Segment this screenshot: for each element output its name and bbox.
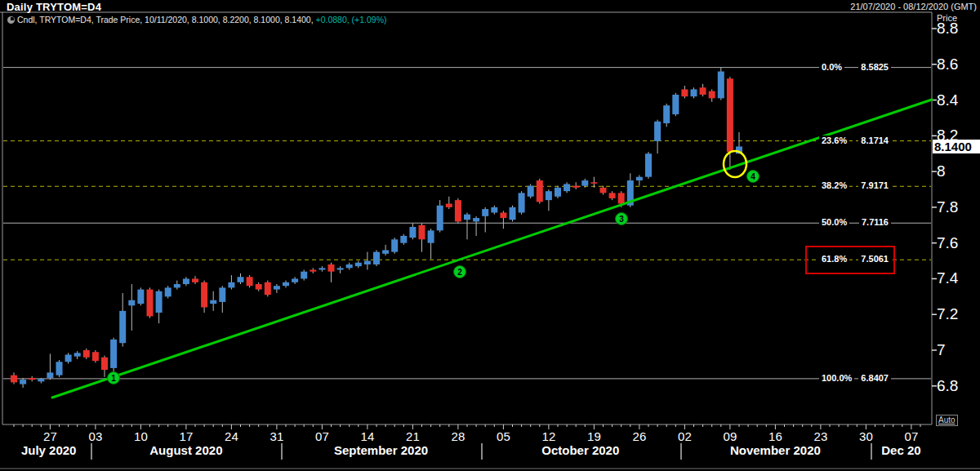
candle-body[interactable] xyxy=(709,91,715,99)
candle-body[interactable] xyxy=(65,354,72,362)
fib-percent-text: 61.8% xyxy=(819,254,849,264)
price-tick-label: 7.2 xyxy=(937,305,958,323)
candle-body[interactable] xyxy=(681,89,688,96)
time-tick-label: 28 xyxy=(444,429,472,443)
candle-body[interactable] xyxy=(473,218,479,221)
candle-body[interactable] xyxy=(663,105,670,123)
candle-body[interactable] xyxy=(528,186,534,197)
candle-body[interactable] xyxy=(265,282,271,295)
candle-body[interactable] xyxy=(137,290,144,304)
candle-body[interactable] xyxy=(256,284,262,290)
auto-scale-button[interactable]: Auto xyxy=(936,415,958,426)
candle-body[interactable] xyxy=(210,300,216,304)
candle-body[interactable] xyxy=(590,182,597,184)
candle-body[interactable] xyxy=(183,278,189,284)
candle-body[interactable] xyxy=(364,261,371,264)
candle-body[interactable] xyxy=(391,239,398,251)
candle-body[interactable] xyxy=(110,340,117,368)
candle-body[interactable] xyxy=(128,300,135,306)
trend-line[interactable] xyxy=(52,100,932,398)
candle-body[interactable] xyxy=(654,122,661,141)
candle-body[interactable] xyxy=(11,375,17,383)
candle-body[interactable] xyxy=(147,290,154,317)
candle-body[interactable] xyxy=(29,378,35,380)
candle-body[interactable] xyxy=(546,191,552,200)
candle-body[interactable] xyxy=(83,350,90,358)
candle-body[interactable] xyxy=(600,188,607,193)
candle-body[interactable] xyxy=(328,264,335,272)
candle-body[interactable] xyxy=(555,188,561,197)
candle-body[interactable] xyxy=(38,379,44,381)
month-label: September 2020 xyxy=(334,443,428,457)
candle-body[interactable] xyxy=(355,263,362,266)
candle-body[interactable] xyxy=(292,278,298,282)
candle-body[interactable] xyxy=(373,252,380,264)
candle-body[interactable] xyxy=(428,230,434,242)
time-tick-label: 24 xyxy=(217,429,245,443)
candle-body[interactable] xyxy=(482,209,488,216)
touch-marker-label: 2 xyxy=(457,268,462,277)
candle-body[interactable] xyxy=(400,236,407,243)
candle-body[interactable] xyxy=(672,95,679,114)
candle-body[interactable] xyxy=(409,227,416,238)
candle-body[interactable] xyxy=(346,264,353,268)
candle-body[interactable] xyxy=(56,362,63,375)
candle-body[interactable] xyxy=(201,282,207,308)
candle-body[interactable] xyxy=(247,277,253,286)
time-tick-label: 26 xyxy=(626,429,653,443)
candle-body[interactable] xyxy=(727,78,733,152)
candle-body[interactable] xyxy=(192,278,198,282)
touch-marker-label: 3 xyxy=(619,215,624,224)
candle-body[interactable] xyxy=(446,204,452,207)
candle-body[interactable] xyxy=(301,272,307,279)
chart-legend[interactable]: Cndl, TRYTOM=D4, Trade Price, 10/11/2020… xyxy=(7,15,387,24)
candle-body[interactable] xyxy=(318,268,325,269)
candle-body[interactable] xyxy=(537,180,543,202)
candle-body[interactable] xyxy=(609,193,616,198)
candle-body[interactable] xyxy=(464,215,470,220)
month-separator xyxy=(871,443,872,460)
candle-body[interactable] xyxy=(165,287,172,296)
fib-price-text: 7.9171 xyxy=(858,180,891,191)
fib-level-label: 23.6%8.1714 xyxy=(819,136,891,146)
candle-body[interactable] xyxy=(510,207,516,220)
candle-body[interactable] xyxy=(20,380,26,384)
candle-body[interactable] xyxy=(419,225,425,240)
time-tick-label: 02 xyxy=(670,429,698,443)
candle-body[interactable] xyxy=(572,186,579,188)
legend-series-text: Cndl, TRYTOM=D4, Trade Price, 10/11/2020… xyxy=(17,15,314,24)
candle-body[interactable] xyxy=(219,287,225,302)
candle-body[interactable] xyxy=(618,193,625,203)
candle-body[interactable] xyxy=(174,284,180,287)
candle-body[interactable] xyxy=(74,353,81,356)
candle-body[interactable] xyxy=(47,372,53,378)
candle-body[interactable] xyxy=(337,268,344,269)
candle-body[interactable] xyxy=(718,72,724,99)
date-range-label: 21/07/2020 - 08/12/2020 (GMT) xyxy=(850,2,977,11)
candle-body[interactable] xyxy=(645,153,652,176)
candle-body[interactable] xyxy=(564,184,570,191)
candle-body[interactable] xyxy=(228,282,234,288)
candle-body[interactable] xyxy=(274,286,280,289)
candle-body[interactable] xyxy=(636,177,643,180)
candle-body[interactable] xyxy=(92,352,99,361)
candle-body[interactable] xyxy=(119,311,126,343)
fib-percent-text: 100.0% xyxy=(819,373,854,384)
fib-price-text: 8.5825 xyxy=(858,62,891,73)
time-tick-label: 27 xyxy=(36,429,64,443)
candle-body[interactable] xyxy=(581,180,588,186)
candle-body[interactable] xyxy=(238,277,244,282)
candle-body[interactable] xyxy=(101,358,108,370)
candle-body[interactable] xyxy=(382,250,389,253)
candle-body[interactable] xyxy=(700,87,706,95)
touch-marker-label: 1 xyxy=(111,374,116,383)
candle-body[interactable] xyxy=(283,282,289,286)
candle-body[interactable] xyxy=(437,206,443,231)
candle-body[interactable] xyxy=(156,291,163,313)
candle-body[interactable] xyxy=(691,89,697,96)
candle-body[interactable] xyxy=(310,270,316,272)
candle-body[interactable] xyxy=(455,200,461,221)
candle-body[interactable] xyxy=(519,193,525,212)
candle-body[interactable] xyxy=(491,207,497,213)
candle-body[interactable] xyxy=(500,212,506,218)
